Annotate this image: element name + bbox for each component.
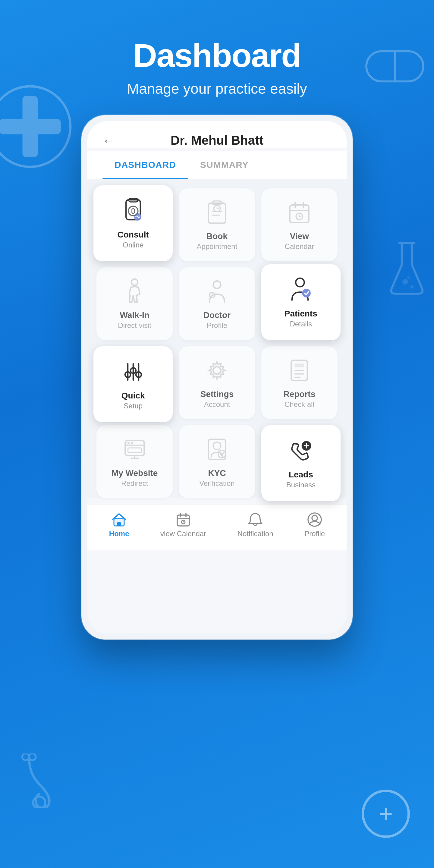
patients-label: Patients — [284, 309, 317, 318]
card-leads[interactable]: Leads Business — [261, 425, 341, 501]
nav-home-label: Home — [109, 530, 129, 538]
quick-label: Quick — [121, 391, 145, 401]
card-reports[interactable]: Reports Check all — [261, 346, 338, 419]
grid-row-2: Walk-In Direct visit — [96, 267, 338, 340]
patients-sub: Details — [290, 320, 312, 328]
svg-point-52 — [127, 442, 129, 444]
quick-sub: Setup — [124, 402, 143, 410]
kyc-label: KYC — [208, 468, 226, 478]
page-header: Dashboard Manage your practice easily — [127, 0, 307, 115]
svg-point-6 — [402, 279, 408, 284]
website-sub: Redirect — [121, 479, 148, 488]
book-label: Book — [207, 231, 227, 241]
settings-sub: Account — [204, 400, 230, 409]
card-kyc[interactable]: KYC Verification — [179, 425, 255, 498]
card-book[interactable]: Book Appointment — [179, 188, 255, 261]
page-subtitle: Manage your practice easily — [127, 81, 307, 97]
consult-sub: Online — [123, 241, 144, 249]
svg-point-53 — [131, 442, 133, 444]
consult-label: Consult — [118, 230, 149, 240]
kyc-sub: Verification — [199, 479, 235, 488]
svg-point-8 — [407, 276, 410, 279]
svg-rect-1 — [23, 96, 38, 157]
bg-bottom-circle: + — [362, 789, 410, 838]
settings-label: Settings — [200, 390, 234, 399]
svg-point-74 — [312, 516, 317, 521]
leads-icon — [287, 437, 314, 464]
reports-sub: Check all — [284, 400, 314, 409]
nav-calendar-label: view Calendar — [160, 530, 206, 538]
bg-plus-decor — [0, 84, 72, 169]
svg-rect-54 — [128, 448, 141, 453]
card-consult[interactable]: Consult Online — [93, 185, 173, 261]
nav-home[interactable]: Home — [109, 512, 129, 538]
svg-rect-16 — [209, 203, 226, 223]
bg-flask-decor — [389, 241, 425, 296]
page-title: Dashboard — [127, 36, 307, 74]
svg-point-58 — [213, 442, 221, 450]
card-website[interactable]: My Website Redirect — [96, 425, 173, 498]
card-settings[interactable]: Settings Account — [179, 346, 255, 419]
nav-notification-label: Notification — [238, 530, 273, 538]
card-calendar[interactable]: View Calendar — [261, 188, 338, 261]
doctor-label: Doctor — [204, 310, 230, 320]
grid-row-4: My Website Redirect — [96, 425, 338, 498]
nav-calendar[interactable]: view Calendar — [160, 512, 206, 538]
svg-point-31 — [131, 279, 138, 285]
reports-icon — [286, 357, 313, 384]
phone-mockup: ← Dr. Mehul Bhatt DASHBOARD SUMMARY — [82, 115, 352, 640]
book-sub: Appointment — [197, 242, 238, 251]
kyc-icon — [204, 436, 230, 463]
svg-point-32 — [213, 281, 221, 288]
svg-rect-3 — [367, 51, 424, 82]
svg-point-37 — [302, 289, 311, 297]
bg-pill-decor — [365, 48, 419, 102]
doctor-name: Dr. Mehul Bhatt — [170, 133, 264, 148]
nav-profile[interactable]: Profile — [304, 512, 325, 538]
tab-dashboard[interactable]: DASHBOARD — [102, 151, 188, 179]
card-quick[interactable]: Quick Setup — [93, 346, 173, 422]
nav-notification[interactable]: Notification — [238, 512, 273, 538]
svg-rect-2 — [0, 119, 61, 134]
phone-screen: ← Dr. Mehul Bhatt DASHBOARD SUMMARY — [87, 121, 347, 633]
bottom-navigation: Home view Calendar — [87, 504, 347, 550]
doctor-icon — [204, 278, 230, 305]
calendar-icon — [286, 199, 313, 226]
bg-stethoscope-decor — [18, 753, 60, 808]
consult-icon — [120, 197, 147, 224]
svg-point-44 — [213, 367, 221, 374]
back-button[interactable]: ← — [102, 134, 115, 147]
walkin-sub: Direct visit — [118, 321, 151, 330]
dashboard-grid: Consult Online — [87, 179, 347, 498]
card-patients[interactable]: Patients Details — [261, 264, 341, 340]
svg-point-36 — [296, 278, 304, 287]
svg-point-9 — [33, 797, 45, 808]
website-label: My Website — [112, 468, 158, 478]
settings-icon — [204, 357, 230, 384]
walkin-label: Walk-In — [120, 310, 150, 320]
leads-sub: Business — [286, 481, 315, 489]
leads-label: Leads — [289, 470, 313, 479]
quick-icon — [120, 358, 147, 385]
svg-point-11 — [29, 753, 36, 761]
nav-profile-label: Profile — [304, 530, 325, 538]
app-header: ← Dr. Mehul Bhatt — [87, 121, 347, 148]
svg-point-10 — [22, 753, 29, 761]
website-icon — [121, 436, 148, 463]
grid-row-3: Quick Setup Settings Account — [96, 346, 338, 419]
doctor-sub: Profile — [207, 321, 227, 330]
svg-point-0 — [0, 86, 70, 167]
card-doctor[interactable]: Doctor Profile — [179, 267, 255, 340]
tab-summary[interactable]: SUMMARY — [188, 151, 261, 179]
svg-rect-46 — [294, 364, 304, 367]
svg-rect-64 — [117, 522, 121, 526]
svg-point-7 — [410, 285, 413, 288]
view-sub: Calendar — [285, 242, 314, 251]
tab-bar: DASHBOARD SUMMARY — [87, 151, 347, 179]
view-label: View — [290, 231, 309, 241]
reports-label: Reports — [283, 390, 315, 399]
phone-shell: ← Dr. Mehul Bhatt DASHBOARD SUMMARY — [82, 115, 352, 640]
card-walkin[interactable]: Walk-In Direct visit — [96, 267, 173, 340]
patients-icon — [287, 276, 314, 304]
svg-point-15 — [128, 206, 138, 216]
